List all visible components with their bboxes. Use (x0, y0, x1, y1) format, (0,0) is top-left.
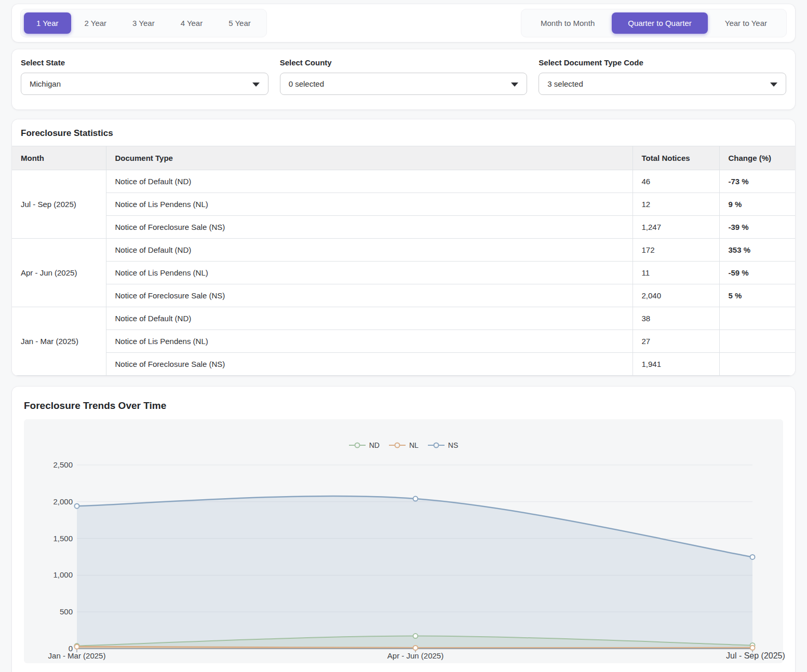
legend-item-nd[interactable]: ND (349, 441, 380, 449)
y-axis-tick-label: 2,000 (53, 497, 73, 506)
legend-label: NL (409, 441, 419, 449)
col-header-month: Month (12, 146, 106, 170)
table-row: Notice of Foreclosure Sale (NS)1,247-39 … (12, 216, 795, 239)
line-chart-canvas: 05001,0001,5002,0002,500 (24, 419, 783, 663)
doc-type-filter-label: Select Document Type Code (539, 58, 786, 67)
doc-type-select-value: 3 selected (547, 79, 583, 88)
total-notices-cell: 2,040 (633, 284, 719, 307)
doc-type-filter: Select Document Type Code 3 selected (539, 58, 786, 109)
x-axis-label: Jul - Sep (2025) (726, 651, 785, 661)
total-notices-cell: 1,247 (633, 216, 719, 239)
period-tab-3-year[interactable]: 3 Year (120, 12, 167, 34)
period-tab-4-year[interactable]: 4 Year (168, 12, 216, 34)
month-cell: Jul - Sep (2025) (12, 170, 106, 239)
state-select-value: Michigan (30, 79, 61, 88)
y-axis-tick-label: 2,500 (53, 460, 73, 469)
document-type-cell: Notice of Foreclosure Sale (NS) (106, 353, 633, 376)
legend-item-ns[interactable]: NS (428, 441, 458, 449)
document-type-cell: Notice of Lis Pendens (NL) (106, 193, 633, 216)
county-filter: Select County 0 selected (280, 58, 528, 109)
document-type-cell: Notice of Foreclosure Sale (NS) (106, 216, 633, 239)
doc-type-select[interactable]: 3 selected (539, 73, 786, 95)
state-filter: Select State Michigan (21, 58, 268, 109)
col-header-change: Change (%) (719, 146, 795, 170)
col-header-total: Total Notices (633, 146, 719, 170)
total-notices-cell: 46 (633, 170, 719, 193)
change-cell: -39 % (719, 216, 795, 239)
trends-card: Foreclosure Trends Over Time 05001,0001,… (12, 387, 795, 672)
change-cell (719, 353, 795, 376)
change-cell (719, 330, 795, 353)
change-cell: -73 % (719, 170, 795, 193)
document-type-cell: Notice of Foreclosure Sale (NS) (106, 284, 633, 307)
change-cell: -59 % (719, 262, 795, 284)
table-row: Notice of Lis Pendens (NL)27 (12, 330, 795, 353)
document-type-cell: Notice of Default (ND) (106, 307, 633, 330)
filters-card: Select State Michigan Select County 0 se… (12, 49, 795, 109)
legend-label: ND (369, 441, 380, 449)
chevron-down-icon (511, 83, 518, 87)
data-point-ns (413, 497, 418, 501)
trends-title: Foreclosure Trends Over Time (12, 387, 795, 412)
data-point-ns (750, 555, 755, 559)
county-select-value: 0 selected (289, 79, 324, 88)
data-point-nl (750, 646, 755, 650)
top-toolbar: 1 Year2 Year3 Year4 Year5 Year Month to … (12, 4, 795, 42)
total-notices-cell: 12 (633, 193, 719, 216)
y-axis-tick-label: 1,500 (53, 534, 73, 543)
area-fill-ns (77, 496, 752, 649)
document-type-cell: Notice of Default (ND) (106, 239, 633, 262)
change-cell: 353 % (719, 239, 795, 262)
table-row: Notice of Lis Pendens (NL)129 % (12, 193, 795, 216)
legend-item-nl[interactable]: NL (389, 441, 419, 449)
period-tab-5-year[interactable]: 5 Year (216, 12, 263, 34)
table-row: Apr - Jun (2025)Notice of Default (ND)17… (12, 239, 795, 262)
change-cell (719, 307, 795, 330)
chevron-down-icon (770, 83, 777, 87)
change-cell: 9 % (719, 193, 795, 216)
total-notices-cell: 38 (633, 307, 719, 330)
table-row: Notice of Foreclosure Sale (NS)1,941 (12, 353, 795, 376)
state-select[interactable]: Michigan (21, 73, 268, 95)
table-row: Notice of Lis Pendens (NL)11-59 % (12, 262, 795, 284)
total-notices-cell: 1,941 (633, 353, 719, 376)
comparison-tab-quarter-to-quarter[interactable]: Quarter to Quarter (612, 12, 708, 34)
change-cell: 5 % (719, 284, 795, 307)
statistics-title: Foreclosure Statistics (12, 119, 795, 146)
legend-marker-icon (389, 442, 406, 448)
state-filter-label: Select State (21, 58, 268, 67)
period-tab-1-year[interactable]: 1 Year (24, 12, 71, 34)
legend-label: NS (448, 441, 458, 449)
legend-marker-icon (349, 442, 366, 448)
trends-chart: 05001,0001,5002,0002,500 NDNLNS Jan - Ma… (24, 419, 783, 663)
statistics-card: Foreclosure Statistics Month Document Ty… (12, 119, 795, 376)
col-header-doc-type: Document Type (106, 146, 633, 170)
table-row: Notice of Foreclosure Sale (NS)2,0405 % (12, 284, 795, 307)
chevron-down-icon (252, 83, 260, 87)
table-row: Jan - Mar (2025)Notice of Default (ND)38 (12, 307, 795, 330)
comparison-tab-group: Month to MonthQuarter to QuarterYear to … (521, 9, 787, 37)
county-select[interactable]: 0 selected (280, 73, 528, 95)
table-row: Jul - Sep (2025)Notice of Default (ND)46… (12, 170, 795, 193)
comparison-tab-year-to-year[interactable]: Year to Year (709, 12, 783, 34)
x-axis-label: Jan - Mar (2025) (48, 651, 106, 660)
total-notices-cell: 27 (633, 330, 719, 353)
data-point-ns (75, 504, 79, 509)
county-filter-label: Select County (280, 58, 528, 67)
statistics-table: Month Document Type Total Notices Change… (12, 146, 795, 376)
document-type-cell: Notice of Lis Pendens (NL) (106, 262, 633, 284)
total-notices-cell: 172 (633, 239, 719, 262)
total-notices-cell: 11 (633, 262, 719, 284)
legend-marker-icon (428, 442, 445, 448)
period-tab-2-year[interactable]: 2 Year (72, 12, 119, 34)
document-type-cell: Notice of Lis Pendens (NL) (106, 330, 633, 353)
data-point-nl (75, 644, 79, 649)
month-cell: Jan - Mar (2025) (12, 307, 106, 376)
comparison-tab-month-to-month[interactable]: Month to Month (524, 12, 611, 34)
y-axis-tick-label: 500 (60, 607, 73, 616)
x-axis-label: Apr - Jun (2025) (387, 651, 443, 660)
period-tab-group: 1 Year2 Year3 Year4 Year5 Year (20, 9, 267, 37)
data-point-nl (413, 646, 418, 650)
y-axis-tick-label: 1,000 (53, 570, 73, 579)
document-type-cell: Notice of Default (ND) (106, 170, 633, 193)
